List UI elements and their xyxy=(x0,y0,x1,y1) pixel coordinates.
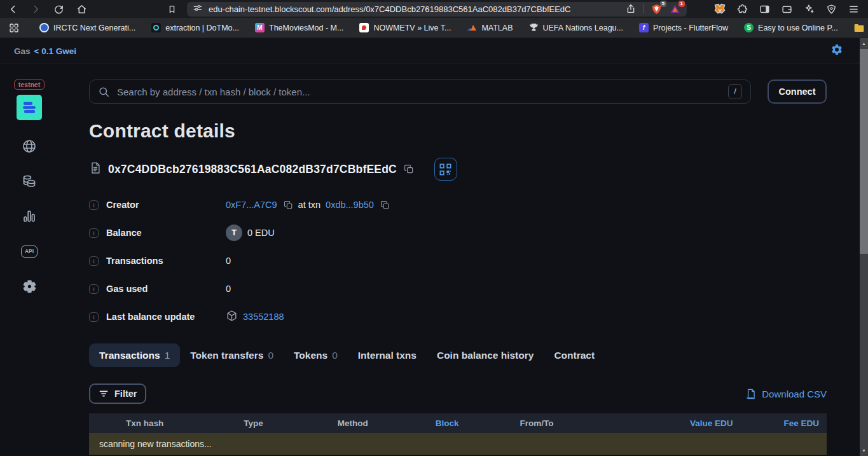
creator-row: i Creator 0xF7...A7C9 at txn 0xdb...9b50 xyxy=(89,191,827,219)
bookmark-flutterflow[interactable]: Projects - FlutterFlow xyxy=(635,20,732,36)
apps-grid-icon xyxy=(9,23,19,33)
qr-code-icon xyxy=(439,163,451,176)
info-hint-icon[interactable]: i xyxy=(89,312,99,322)
copy-address-button[interactable] xyxy=(404,164,414,174)
last-balance-update-row: i Last balance update 33552188 xyxy=(89,303,827,331)
page-scrollbar[interactable]: ▲ ▼ xyxy=(860,38,868,456)
vpn-button[interactable] xyxy=(825,3,837,15)
last-balance-update-block-link[interactable]: 33552188 xyxy=(243,312,284,322)
info-hint-icon[interactable]: i xyxy=(89,228,99,238)
copy-txn-button[interactable] xyxy=(380,200,390,210)
creation-txn-link[interactable]: 0xdb...9b50 xyxy=(326,200,374,210)
info-hint-icon[interactable]: i xyxy=(89,200,99,210)
tab-token-transfers[interactable]: Token transfers0 xyxy=(180,343,284,367)
adblock-extension-button[interactable]: 1 xyxy=(669,3,681,15)
bookmark-irctc[interactable]: IRCTC Next Generati... xyxy=(36,20,139,36)
page-title: Contract details xyxy=(89,120,827,142)
copy-icon xyxy=(380,200,390,210)
tab-contract[interactable]: Contract xyxy=(544,343,605,367)
download-csv-link[interactable]: csv Download CSV xyxy=(745,388,827,400)
balance-row: i Balance T 0 EDU xyxy=(89,219,827,247)
col-fee-edu[interactable]: Fee EDU xyxy=(783,418,819,428)
url-text[interactable]: edu-chain-testnet.blockscout.com/address… xyxy=(209,4,570,14)
tab-internal-txns[interactable]: Internal txns xyxy=(348,343,427,367)
scroll-down-arrow[interactable]: ▼ xyxy=(860,445,868,456)
site-permissions-icon[interactable] xyxy=(193,3,202,15)
copy-creator-button[interactable] xyxy=(284,200,293,210)
topbar: Gas < 0.1 Gwei xyxy=(0,38,860,64)
bookmark-uefa[interactable]: UEFA Nations Leagu... xyxy=(525,20,627,36)
bar-chart-icon xyxy=(22,209,37,224)
share-button[interactable] xyxy=(624,3,637,15)
puzzle-icon xyxy=(737,4,748,15)
gas-used-label: Gas used xyxy=(106,284,226,294)
copy-icon xyxy=(284,200,293,210)
extensions-button[interactable] xyxy=(736,3,748,15)
topbar-settings-button[interactable] xyxy=(830,43,843,59)
home-button[interactable] xyxy=(75,3,88,15)
creator-address-link[interactable]: 0xF7...A7C9 xyxy=(226,200,277,210)
last-balance-update-label: Last balance update xyxy=(106,312,226,322)
col-txn-hash: Txn hash xyxy=(126,418,163,428)
scanning-status-row: scanning new transactions... xyxy=(89,433,827,455)
sidebar-item-tokens[interactable] xyxy=(21,173,38,190)
address-bar[interactable]: edu-chain-testnet.blockscout.com/address… xyxy=(187,2,687,17)
search-box[interactable]: / xyxy=(89,79,751,104)
bookmark-nowmetv[interactable]: NOWMETV » Live T... xyxy=(355,20,455,36)
info-hint-icon[interactable]: i xyxy=(89,256,99,266)
sidebar-toggle-button[interactable] xyxy=(758,3,771,15)
search-input[interactable] xyxy=(117,86,721,97)
info-hint-icon[interactable]: i xyxy=(89,284,99,294)
brave-shields-button[interactable]: 5 xyxy=(651,3,663,15)
tab-transactions[interactable]: Transactions1 xyxy=(89,343,180,367)
bookmark-extraction[interactable]: extraction | DoTMo... xyxy=(148,20,243,36)
scanning-status-text: scanning new transactions... xyxy=(99,439,212,449)
folder-icon xyxy=(854,24,864,32)
col-value-edu[interactable]: Value EDU xyxy=(690,418,733,428)
globe-icon xyxy=(22,139,37,154)
sidebar-item-settings[interactable] xyxy=(21,278,38,294)
tab-count: 1 xyxy=(165,350,170,361)
bookmark-movies-folder[interactable]: Movies xyxy=(850,20,868,36)
tab-coin-balance-history[interactable]: Coin balance history xyxy=(427,343,544,367)
blockscout-app: Gas < 0.1 Gwei testnet xyxy=(0,38,860,456)
edu-chain-logo[interactable] xyxy=(17,95,42,120)
reload-button[interactable] xyxy=(52,3,65,15)
menu-button[interactable] xyxy=(847,3,860,15)
bookmark-matlab[interactable]: MATLAB xyxy=(463,20,516,36)
sidebar-item-blockchain[interactable] xyxy=(21,138,38,155)
metamask-button[interactable] xyxy=(713,3,726,15)
sidebar-item-charts[interactable] xyxy=(21,208,38,225)
filter-button[interactable]: Filter xyxy=(89,383,146,404)
tab-tokens[interactable]: Tokens0 xyxy=(284,343,348,367)
matlab-favicon xyxy=(467,23,477,33)
bookmarks-button[interactable] xyxy=(165,3,178,15)
leo-ai-button[interactable] xyxy=(803,3,815,15)
app-sidebar: testnet API xyxy=(0,64,59,456)
apps-grid-button[interactable] xyxy=(9,22,19,34)
gas-tracker-value[interactable]: < 0.1 Gwei xyxy=(34,46,76,56)
sidebar-item-api[interactable]: API xyxy=(21,243,38,259)
balance-value: 0 EDU xyxy=(247,228,275,238)
forward-button[interactable] xyxy=(29,3,42,15)
scroll-up-arrow[interactable]: ▲ xyxy=(860,38,868,49)
scrollbar-thumb[interactable] xyxy=(860,49,868,254)
bookmark-online-p[interactable]: Easy to use Online P... xyxy=(740,20,842,36)
connect-wallet-button[interactable]: Connect xyxy=(768,79,827,104)
shields-badge: 5 xyxy=(660,1,666,7)
filter-icon xyxy=(99,389,109,399)
wallet-button[interactable] xyxy=(780,3,793,15)
back-button[interactable] xyxy=(6,3,19,15)
extraction-favicon xyxy=(151,23,161,32)
divider xyxy=(644,4,644,13)
wallet-icon xyxy=(782,4,792,15)
qr-code-button[interactable] xyxy=(434,158,457,181)
metamask-fox-icon xyxy=(714,3,726,15)
block-cube-icon xyxy=(226,310,238,324)
home-icon xyxy=(76,4,87,15)
col-block[interactable]: Block xyxy=(436,418,459,428)
search-icon xyxy=(98,86,110,98)
testnet-badge: testnet xyxy=(14,79,45,90)
extensions-group xyxy=(713,3,868,15)
bookmark-moviesmod[interactable]: TheMoviesMod - M... xyxy=(251,20,347,36)
